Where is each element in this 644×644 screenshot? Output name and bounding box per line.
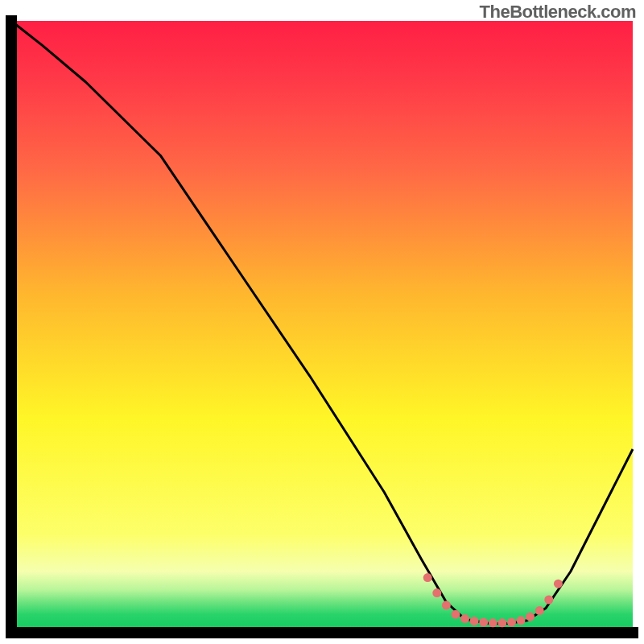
marker-dot xyxy=(489,618,497,627)
marker-dot xyxy=(442,601,451,609)
marker-dot xyxy=(470,617,479,625)
chart-plot xyxy=(0,0,644,644)
watermark-text: TheBottleneck.com xyxy=(480,2,636,23)
marker-dot xyxy=(526,613,535,621)
marker-dot xyxy=(479,618,488,627)
marker-dot xyxy=(507,618,516,627)
marker-dot xyxy=(535,606,544,615)
marker-dot xyxy=(423,573,432,582)
marker-dot xyxy=(432,588,441,597)
plot-background xyxy=(11,21,633,633)
chart-canvas: TheBottleneck.com xyxy=(0,0,644,644)
marker-dot xyxy=(497,618,506,627)
marker-dot xyxy=(452,610,460,619)
marker-dot xyxy=(460,614,469,623)
marker-dot xyxy=(517,616,526,625)
marker-dot xyxy=(554,580,563,588)
marker-dot xyxy=(544,596,553,605)
